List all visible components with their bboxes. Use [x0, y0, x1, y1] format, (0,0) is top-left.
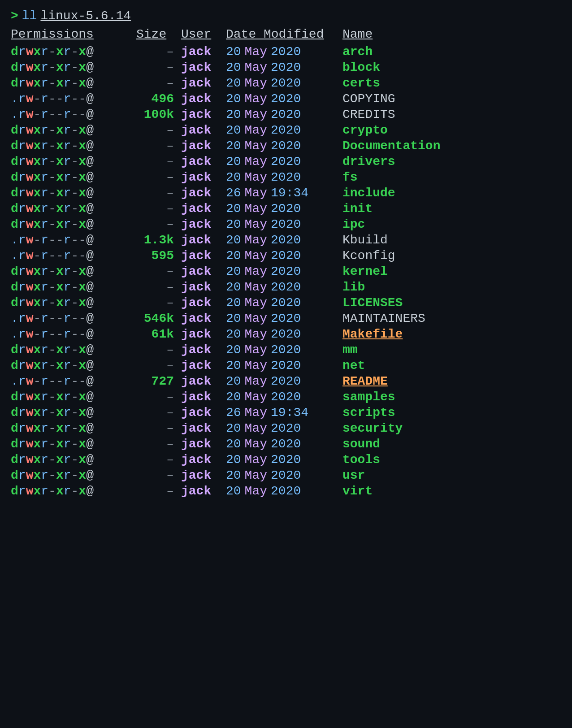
file-user: jack [181, 249, 226, 263]
file-name: mm [342, 343, 561, 357]
permissions: .rw-r--r--@ [11, 249, 136, 263]
permissions: drwxr-xr-x@ [11, 155, 136, 169]
file-name: arch [342, 45, 561, 59]
table-row: drwxr-xr-x@–jack20May2020arch [11, 44, 561, 60]
file-user: jack [181, 421, 226, 435]
permissions: .rw-r--r--@ [11, 233, 136, 247]
file-size: – [136, 453, 181, 467]
file-size: – [136, 45, 181, 59]
permissions: drwxr-xr-x@ [11, 359, 136, 373]
file-date: 20May2020 [226, 343, 342, 357]
file-name: include [342, 186, 561, 200]
file-name: certs [342, 76, 561, 90]
file-size: – [136, 202, 181, 216]
file-size: – [136, 139, 181, 153]
file-date: 20May2020 [226, 484, 342, 498]
prompt-arrow: > [11, 9, 18, 23]
permissions: drwxr-xr-x@ [11, 296, 136, 310]
file-date: 20May2020 [226, 437, 342, 451]
file-date: 26May19:34 [226, 406, 342, 420]
file-size: – [136, 280, 181, 294]
file-date: 20May2020 [226, 108, 342, 121]
permissions: .rw-r--r--@ [11, 92, 136, 106]
file-date: 20May2020 [226, 468, 342, 482]
file-user: jack [181, 406, 226, 420]
file-name: net [342, 359, 561, 373]
table-header: Permissions Size User Date Modified Name [11, 26, 561, 42]
file-date: 20May2020 [226, 217, 342, 231]
permissions: drwxr-xr-x@ [11, 437, 136, 451]
file-name: block [342, 61, 561, 74]
file-name: kernel [342, 264, 561, 278]
file-date: 20May2020 [226, 155, 342, 169]
file-size: – [136, 343, 181, 357]
table-row: .rw-r--r--@496jack20May2020COPYING [11, 91, 561, 107]
file-date: 20May2020 [226, 327, 342, 341]
file-name: Makefile [342, 327, 561, 341]
file-size: 100k [136, 108, 181, 121]
table-row: drwxr-xr-x@–jack20May2020init [11, 201, 561, 217]
file-user: jack [181, 155, 226, 169]
prompt-command: ll [22, 9, 37, 23]
permissions: drwxr-xr-x@ [11, 421, 136, 435]
file-name: security [342, 421, 561, 435]
file-name: Kbuild [342, 233, 561, 247]
permissions: drwxr-xr-x@ [11, 61, 136, 74]
table-row: drwxr-xr-x@–jack20May2020security [11, 420, 561, 436]
file-date: 20May2020 [226, 374, 342, 388]
permissions: .rw-r--r--@ [11, 327, 136, 341]
permissions: drwxr-xr-x@ [11, 123, 136, 137]
file-size: – [136, 296, 181, 310]
file-name: lib [342, 280, 561, 294]
file-name: tools [342, 453, 561, 467]
file-date: 20May2020 [226, 421, 342, 435]
file-user: jack [181, 233, 226, 247]
table-row: drwxr-xr-x@–jack26May19:34include [11, 185, 561, 201]
table-row: .rw-r--r--@727jack20May2020README [11, 373, 561, 389]
file-user: jack [181, 170, 226, 184]
file-user: jack [181, 217, 226, 231]
file-user: jack [181, 76, 226, 90]
file-size: – [136, 155, 181, 169]
file-date: 20May2020 [226, 45, 342, 59]
permissions: drwxr-xr-x@ [11, 468, 136, 482]
file-date: 20May2020 [226, 170, 342, 184]
file-date: 26May19:34 [226, 186, 342, 200]
permissions: drwxr-xr-x@ [11, 343, 136, 357]
file-name: virt [342, 484, 561, 498]
table-row: drwxr-xr-x@–jack20May2020crypto [11, 122, 561, 138]
permissions: .rw-r--r--@ [11, 374, 136, 388]
permissions: drwxr-xr-x@ [11, 217, 136, 231]
file-user: jack [181, 390, 226, 404]
table-row: drwxr-xr-x@–jack20May2020tools [11, 452, 561, 468]
table-row: drwxr-xr-x@–jack20May2020kernel [11, 264, 561, 279]
file-size: – [136, 170, 181, 184]
file-user: jack [181, 327, 226, 341]
file-size: 727 [136, 374, 181, 388]
file-user: jack [181, 280, 226, 294]
permissions: drwxr-xr-x@ [11, 453, 136, 467]
file-user: jack [181, 123, 226, 137]
file-user: jack [181, 61, 226, 74]
file-date: 20May2020 [226, 61, 342, 74]
table-row: drwxr-xr-x@–jack20May2020lib [11, 279, 561, 295]
header-user: User [181, 27, 226, 41]
permissions: drwxr-xr-x@ [11, 390, 136, 404]
file-user: jack [181, 186, 226, 200]
file-user: jack [181, 453, 226, 467]
file-size: – [136, 484, 181, 498]
terminal: > ll linux-5.6.14 Permissions Size User … [11, 9, 561, 499]
file-name: CREDITS [342, 108, 561, 121]
file-user: jack [181, 484, 226, 498]
header-permissions: Permissions [11, 27, 136, 41]
file-user: jack [181, 312, 226, 325]
table-row: drwxr-xr-x@–jack20May2020net [11, 358, 561, 373]
file-list: drwxr-xr-x@–jack20May2020archdrwxr-xr-x@… [11, 44, 561, 499]
file-user: jack [181, 437, 226, 451]
table-row: drwxr-xr-x@–jack26May19:34scripts [11, 405, 561, 420]
file-user: jack [181, 296, 226, 310]
file-user: jack [181, 45, 226, 59]
file-date: 20May2020 [226, 359, 342, 373]
file-size: – [136, 468, 181, 482]
file-name: fs [342, 170, 561, 184]
